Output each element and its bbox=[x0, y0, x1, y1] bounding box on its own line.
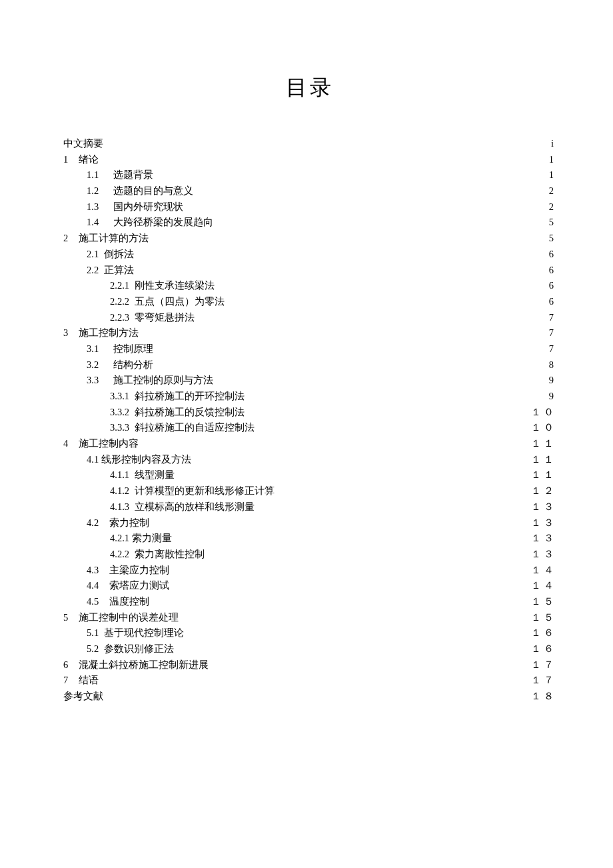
toc-entry: 7结语 １７ bbox=[63, 673, 556, 688]
toc-entry-label: 7结语 bbox=[63, 673, 99, 688]
toc-entry-number: 2.2.1 bbox=[110, 278, 129, 293]
toc-entry: 4.3主梁应力控制 １４ bbox=[63, 563, 556, 578]
page: 目录 中文摘要 i1绪论 11.1选题背景 11.2选题的目的与意义 21.3国… bbox=[0, 0, 613, 868]
toc-entry: 1.1选题背景 1 bbox=[63, 167, 556, 183]
toc-entry-text: 结构分析 bbox=[113, 359, 153, 370]
toc-entry-number: 1.4 bbox=[87, 215, 99, 230]
toc-entry-label: 1.2选题的目的与意义 bbox=[87, 183, 193, 199]
toc-entry-number: 3.3.1 bbox=[110, 389, 129, 404]
toc-entry-page: i bbox=[551, 136, 556, 151]
toc-entry-text: 斜拉桥施工的自适应控制法 bbox=[135, 422, 255, 433]
toc-entry-text: 主梁应力控制 bbox=[109, 565, 169, 575]
toc-entry-text: 倒拆法 bbox=[104, 249, 134, 259]
toc-entry-label: 4施工控制内容 bbox=[63, 436, 139, 451]
toc-entry-text: 索塔应力测试 bbox=[109, 580, 169, 591]
toc-entry-page: 9 bbox=[549, 389, 556, 404]
toc-entry-page: 5 bbox=[549, 231, 556, 246]
toc-entry-page: 6 bbox=[549, 278, 556, 293]
toc-entry: 1.3国内外研究现状 2 bbox=[63, 199, 556, 215]
toc-entry: 4.4索塔应力测试 １４ bbox=[63, 578, 556, 593]
toc-entry: 4.1.3立模标高的放样和线形测量 １３ bbox=[63, 499, 556, 515]
toc-entry-label: 4.5温度控制 bbox=[87, 594, 149, 609]
toc-entry-page: 2 bbox=[549, 183, 556, 199]
toc-entry-number: 1 bbox=[63, 152, 68, 167]
toc-entry-label: 3.1控制原理 bbox=[87, 341, 153, 357]
toc-entry-page: １７ bbox=[531, 673, 556, 688]
toc-entry-number: 6 bbox=[63, 657, 68, 673]
toc-entry-label: 4.1.3立模标高的放样和线形测量 bbox=[110, 499, 255, 515]
toc-entry-number: 2.2.2 bbox=[110, 294, 129, 309]
toc-entry-text: 线型测量 bbox=[135, 469, 175, 480]
toc-entry: 4.1.2计算模型的更新和线形修正计算 １２ bbox=[63, 483, 556, 499]
toc-entry-text: 参数识别修正法 bbox=[104, 643, 174, 654]
toc-entry-text: 中文摘要 bbox=[63, 138, 103, 149]
toc-entry-text: 基于现代控制理论 bbox=[104, 627, 184, 638]
toc-entry-label: 2.2正算法 bbox=[87, 263, 134, 278]
toc-entry-label: 3.3.3斜拉桥施工的自适应控制法 bbox=[110, 420, 255, 435]
toc-entry-text: 斜拉桥施工的开环控制法 bbox=[135, 391, 245, 401]
toc-entry: 2.2.3零弯矩悬拼法 7 bbox=[63, 310, 556, 325]
toc-entry-text: 控制原理 bbox=[113, 343, 153, 354]
toc-entry: 3.3施工控制的原则与方法 9 bbox=[63, 373, 556, 388]
toc-entry-page: 6 bbox=[549, 263, 556, 278]
toc-entry-label: 中文摘要 bbox=[63, 136, 103, 151]
toc-entry-page: １１ bbox=[531, 467, 556, 483]
toc-entry-label: 2.2.3零弯矩悬拼法 bbox=[110, 310, 195, 325]
toc-entry-label: 4.1.2计算模型的更新和线形修正计算 bbox=[110, 483, 275, 499]
toc-entry-number: 3.3.3 bbox=[110, 420, 129, 435]
toc-entry-page: １７ bbox=[531, 657, 556, 673]
toc-entry-label: 3.3施工控制的原则与方法 bbox=[87, 373, 213, 388]
toc-entry-label: 4.2.1 索力测量 bbox=[110, 531, 172, 546]
toc-entry-number: 3.3 bbox=[87, 373, 99, 388]
toc-entry-number: 4.4 bbox=[87, 578, 99, 593]
toc-entry-text: 五点（四点）为零法 bbox=[135, 296, 225, 307]
toc-entry: 1绪论 1 bbox=[63, 152, 556, 167]
toc-entry-text: 线形控制内容及方法 bbox=[101, 454, 191, 465]
toc-entry: 4.2索力控制 １３ bbox=[63, 515, 556, 531]
toc-entry-number: 5 bbox=[63, 610, 68, 625]
toc-entry-number: 4.1.1 bbox=[110, 467, 129, 483]
toc-entry-number: 1.2 bbox=[87, 183, 99, 199]
toc-entry: 1.4大跨径桥梁的发展趋向 5 bbox=[63, 215, 556, 230]
toc-entry-page: １５ bbox=[531, 610, 556, 625]
toc-entry-number: 4.5 bbox=[87, 594, 99, 609]
toc-entry-label: 4.2索力控制 bbox=[87, 515, 149, 531]
toc-entry-text: 施工控制方法 bbox=[79, 327, 139, 338]
toc-entry-number: 3.1 bbox=[87, 341, 99, 357]
toc-entry-text: 参考文献 bbox=[63, 691, 103, 701]
toc-entry: 4.5温度控制 １５ bbox=[63, 594, 556, 609]
toc-entry-number: 4.2.2 bbox=[110, 547, 129, 562]
toc-entry-number: 5.1 bbox=[87, 625, 99, 641]
toc-entry-number: 4 bbox=[63, 436, 68, 451]
toc-entry-label: 4.1.1线型测量 bbox=[110, 467, 175, 483]
toc-entry-page: １３ bbox=[531, 547, 556, 562]
toc-entry-label: 3施工控制方法 bbox=[63, 325, 139, 341]
toc-entry-text: 混凝土斜拉桥施工控制新进展 bbox=[79, 659, 209, 670]
toc-entry-page: 6 bbox=[549, 294, 556, 309]
toc-entry-label: 4.3主梁应力控制 bbox=[87, 563, 169, 578]
toc-title: 目录 bbox=[63, 73, 556, 103]
toc-entry-label: 5.1基于现代控制理论 bbox=[87, 625, 184, 641]
toc-entry-number: 4.2 bbox=[87, 515, 99, 531]
toc-entry-label: 2.2.1刚性支承连续梁法 bbox=[110, 278, 215, 293]
toc-entry: 6混凝土斜拉桥施工控制新进展 １７ bbox=[63, 657, 556, 673]
toc-entry-label: 4.4索塔应力测试 bbox=[87, 578, 169, 593]
toc-entry: 5.1基于现代控制理论 １６ bbox=[63, 625, 556, 641]
toc-entry-page: 8 bbox=[549, 357, 556, 373]
toc-entry-number: 4.1.2 bbox=[110, 483, 129, 499]
toc-entry-number: 7 bbox=[63, 673, 68, 688]
toc-entry-text: 索力控制 bbox=[109, 517, 149, 528]
toc-entry-page: 5 bbox=[549, 215, 556, 230]
toc-entry-page: １４ bbox=[531, 563, 556, 578]
toc-entry-text: 施工计算的方法 bbox=[79, 233, 149, 243]
toc-entry-text: 零弯矩悬拼法 bbox=[135, 312, 195, 323]
toc-entry: 参考文献 １８ bbox=[63, 689, 556, 704]
toc-entry-number: 2.1 bbox=[87, 247, 99, 262]
toc-entry-label: 3.3.1斜拉桥施工的开环控制法 bbox=[110, 389, 245, 404]
toc-entry-number: 1.1 bbox=[87, 167, 99, 183]
toc-entry-label: 1.3国内外研究现状 bbox=[87, 199, 183, 215]
toc-entry-text: 施工控制内容 bbox=[79, 438, 139, 449]
toc-entry: 5.2参数识别修正法 １６ bbox=[63, 641, 556, 657]
toc-entry-number: 2 bbox=[63, 231, 68, 246]
toc-entry-text: 温度控制 bbox=[109, 596, 149, 607]
